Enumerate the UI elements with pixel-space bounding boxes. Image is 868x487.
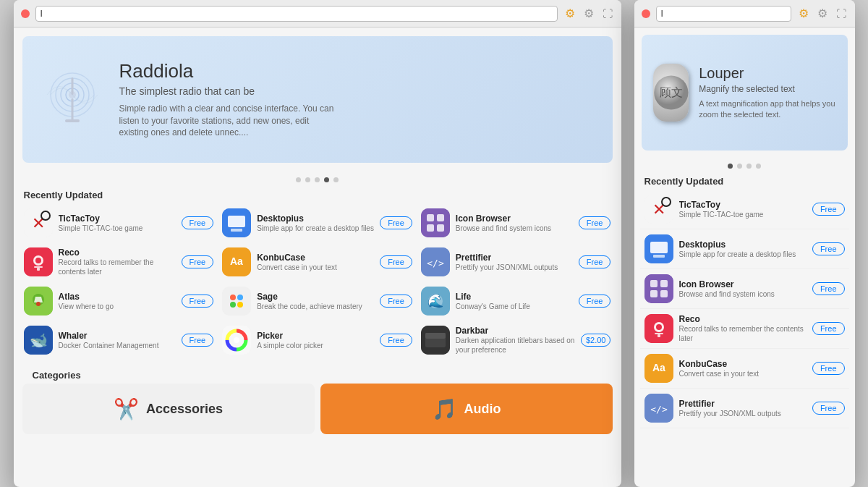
app-grid: ✕ TicTacToy Simple TIC-TAC-toe game Free <box>14 203 621 360</box>
desktopius-info: Desktopius Simple app for create a deskt… <box>257 213 374 233</box>
secondary-titlebar: ⚙ ⚙ ⛶ <box>634 0 855 27</box>
secondary-desktopius-free-button[interactable]: Free <box>812 242 845 255</box>
secondary-dot-1[interactable] <box>728 164 733 169</box>
secondary-settings-icon[interactable]: ⚙ <box>816 7 829 20</box>
app-item-whaler[interactable]: 🐋 Whaler Docker Container Management Fre… <box>20 321 218 360</box>
darkbar-price-button[interactable]: $2.00 <box>581 334 611 347</box>
secondary-fullscreen-icon[interactable]: ⛶ <box>835 7 848 20</box>
secondary-prettifier-free-button[interactable]: Free <box>812 402 845 415</box>
app-item-desktopius[interactable]: Desktopius Simple app for create a deskt… <box>218 203 417 242</box>
app-item-prettifier[interactable]: </> Prettifier Prettify your JSON/XML ou… <box>417 242 616 281</box>
life-info: Life Conway's Game of Life <box>456 292 573 311</box>
tictactoe-desc: Simple TIC-TAC-toe game <box>59 224 176 233</box>
desktopius-free-button[interactable]: Free <box>380 216 412 229</box>
secondary-hero-description: A text magnification app that helps you … <box>699 98 835 121</box>
hero-banner[interactable]: Raddiola The simplest radio that can be … <box>22 36 613 163</box>
app-item-picker[interactable]: Picker A simple color picker Free <box>218 321 417 360</box>
iconbrowser-free-button[interactable]: Free <box>579 216 611 229</box>
app-item-life[interactable]: 🌊 Life Conway's Game of Life Free <box>417 281 616 321</box>
svg-text:Aa: Aa <box>230 255 243 267</box>
secondary-dot-3[interactable] <box>746 164 752 169</box>
gear-icon[interactable]: ⚙ <box>563 7 576 20</box>
picker-name: Picker <box>257 331 374 341</box>
accessories-label: Accessories <box>146 402 223 417</box>
secondary-app-desktopius[interactable]: Desktopius Simple app for create a deskt… <box>640 229 849 269</box>
secondary-gear-icon[interactable]: ⚙ <box>797 7 810 20</box>
svg-rect-59 <box>650 290 658 297</box>
svg-rect-58 <box>660 280 668 287</box>
secondary-app-list: ✕ TicTacToy Simple TIC-TAC-toe game Free <box>634 190 855 428</box>
settings-icon[interactable]: ⚙ <box>582 7 595 20</box>
svg-rect-57 <box>650 280 658 287</box>
audio-category[interactable]: 🎵 Audio <box>320 384 613 434</box>
secondary-iconbrowser-free-button[interactable]: Free <box>812 282 845 295</box>
main-search-input[interactable] <box>35 6 558 22</box>
svg-text:Aa: Aa <box>652 362 665 373</box>
accessories-category[interactable]: ✂️ Accessories <box>22 384 315 434</box>
reco-free-button[interactable]: Free <box>182 255 214 268</box>
atlas-free-button[interactable]: Free <box>182 295 214 308</box>
picker-free-button[interactable]: Free <box>380 334 412 347</box>
secondary-reco-name: Reco <box>679 314 807 324</box>
sage-icon <box>222 287 251 316</box>
hero-title: Raddiola <box>119 60 336 82</box>
secondary-prettifier-desc: Prettify your JSON/XML outputs <box>679 409 807 418</box>
svg-point-35 <box>237 302 243 308</box>
sage-name: Sage <box>257 292 374 302</box>
whaler-free-button[interactable]: Free <box>182 334 214 347</box>
svg-text:🌊: 🌊 <box>427 293 444 309</box>
whaler-desc: Docker Container Management <box>59 341 176 350</box>
secondary-iconbrowser-info: Icon Browser Browse and find system icon… <box>679 279 807 299</box>
close-button[interactable] <box>21 9 30 18</box>
main-window: ⚙ ⚙ ⛶ <box>14 0 621 487</box>
app-item-darkbar[interactable]: Darkbar Darken application titlebars bas… <box>417 321 616 360</box>
sage-free-button[interactable]: Free <box>380 295 412 308</box>
svg-text:</>: </> <box>427 258 444 268</box>
secondary-dot-2[interactable] <box>737 164 742 169</box>
dot-5[interactable] <box>333 177 339 182</box>
secondary-close-button[interactable] <box>642 9 650 18</box>
secondary-carousel-dots <box>634 158 855 171</box>
dot-3[interactable] <box>315 177 320 182</box>
categories-grid: ✂️ Accessories 🎵 Audio <box>22 384 613 434</box>
secondary-app-reco[interactable]: Reco Record talks to remember the conten… <box>640 309 849 349</box>
secondary-app-tictactoe[interactable]: ✕ TicTacToy Simple TIC-TAC-toe game Free <box>640 190 849 229</box>
iconbrowser-desc: Browse and find system icons <box>456 224 573 233</box>
tictactoe-free-button[interactable]: Free <box>182 216 214 229</box>
life-free-button[interactable]: Free <box>579 295 611 308</box>
dot-1[interactable] <box>296 177 301 182</box>
secondary-hero-text: Louper Magnify the selected text A text … <box>699 65 835 121</box>
secondary-reco-free-button[interactable]: Free <box>812 322 845 335</box>
secondary-app-iconbrowser[interactable]: Icon Browser Browse and find system icon… <box>640 269 849 309</box>
secondary-dot-4[interactable] <box>756 164 761 169</box>
app-item-konbucase[interactable]: Aa KonbuCase Convert case in your text F… <box>218 242 417 281</box>
audio-label: Audio <box>464 402 501 417</box>
secondary-tictactoe-free-button[interactable]: Free <box>812 203 845 216</box>
prettifier-free-button[interactable]: Free <box>579 255 611 268</box>
tictactoe-icon: ✕ <box>24 208 53 237</box>
app-item-sage[interactable]: Sage Break the code, achieve mastery Fre… <box>218 281 417 321</box>
svg-rect-16 <box>437 214 444 221</box>
secondary-app-prettifier[interactable]: </> Prettifier Prettify your JSON/XML ou… <box>640 389 849 428</box>
secondary-hero-subtitle: Magnify the selected text <box>699 84 835 94</box>
dot-4[interactable] <box>324 177 329 182</box>
secondary-hero-banner[interactable]: 顾文 Louper Magnify the selected text A te… <box>642 35 848 151</box>
app-item-tictactoe[interactable]: ✕ TicTacToy Simple TIC-TAC-toe game Free <box>20 203 218 242</box>
secondary-app-konbucase[interactable]: Aa KonbuCase Convert case in your text F… <box>640 349 849 389</box>
app-item-reco[interactable]: Reco Record talks to remember the conten… <box>20 242 218 281</box>
secondary-search-input[interactable] <box>656 6 791 22</box>
konbucase-free-button[interactable]: Free <box>380 255 412 268</box>
reco-desc: Record talks to remember the contents la… <box>59 258 176 276</box>
svg-rect-54 <box>650 242 668 253</box>
fullscreen-icon[interactable]: ⛶ <box>601 7 614 20</box>
dot-2[interactable] <box>305 177 310 182</box>
main-content: Raddiola The simplest radio that can be … <box>14 27 621 487</box>
svg-rect-56 <box>644 274 673 303</box>
svg-rect-64 <box>655 333 663 334</box>
svg-rect-60 <box>660 290 668 297</box>
secondary-konbucase-free-button[interactable]: Free <box>812 362 845 375</box>
reco-icon <box>24 247 53 276</box>
app-item-atlas[interactable]: Atlas View where to go Free <box>20 281 218 321</box>
svg-rect-55 <box>653 255 665 258</box>
app-item-iconbrowser[interactable]: Icon Browser Browse and find system icon… <box>417 203 616 242</box>
